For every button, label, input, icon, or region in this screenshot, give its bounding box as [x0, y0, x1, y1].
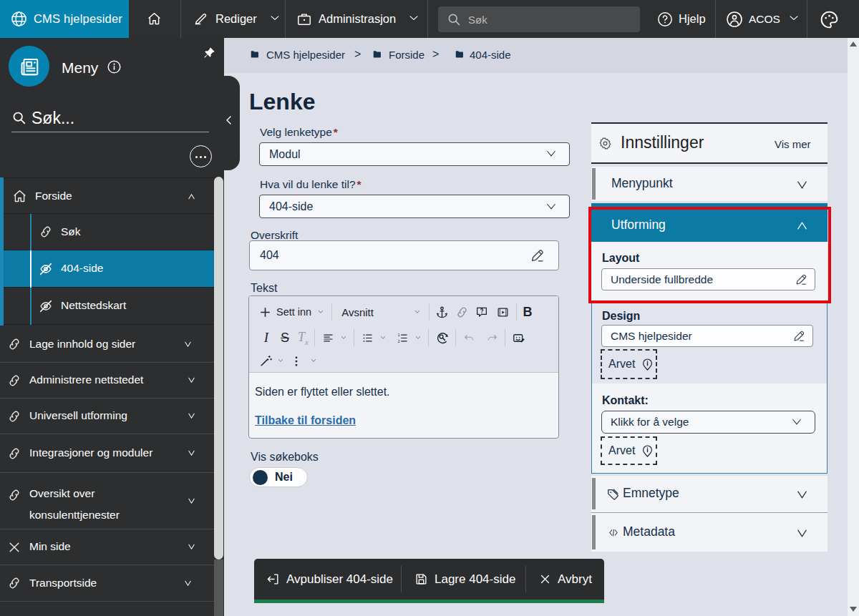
svg-text:2: 2	[398, 338, 400, 343]
svg-text:1: 1	[398, 333, 400, 337]
